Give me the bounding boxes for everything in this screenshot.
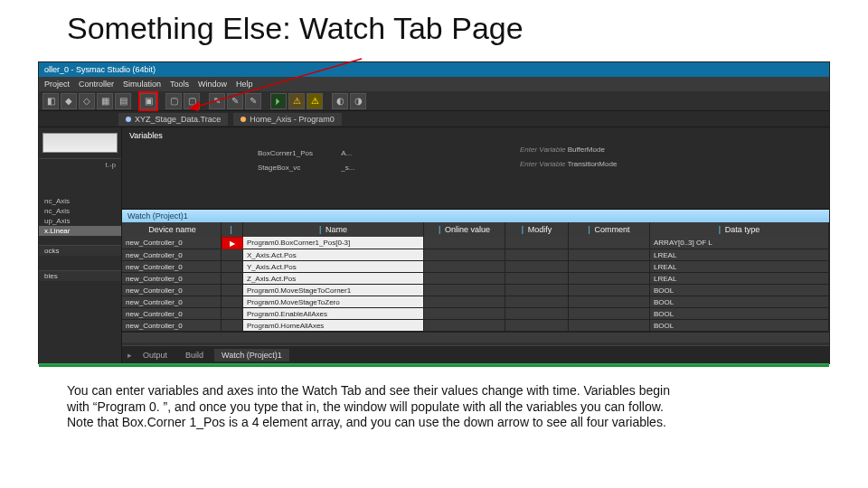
watch-row[interactable]: new_Controller_0Program0.HomeAllAxesBOOL — [122, 320, 829, 332]
cell-blank — [222, 273, 243, 285]
side-section-variables[interactable]: bles — [39, 270, 121, 281]
cell-name[interactable]: Program0.EnableAllAxes — [243, 308, 424, 320]
toolbar-btn-7[interactable]: ▢ — [165, 93, 182, 109]
cell-name[interactable]: Program0.MoveStageToCorner1 — [243, 285, 424, 296]
cell-name[interactable]: X_Axis.Act.Pos — [243, 249, 424, 261]
doc-tab-program[interactable]: Home_Axis - Program0 — [233, 113, 342, 126]
col-online[interactable]: Online value — [424, 222, 505, 237]
cell-device: new_Controller_0 — [122, 296, 222, 308]
cell-name[interactable]: Z_Axis.Act.Pos — [243, 273, 424, 285]
toolbar-online-icon[interactable]: ⏵ — [270, 93, 287, 109]
slide-caption: You can enter variables and axes into th… — [67, 383, 832, 431]
cell-datatype: ARRAY[0..3] OF L — [650, 237, 829, 249]
side-item[interactable]: up_Axis — [39, 216, 121, 226]
toolbar-btn-11[interactable]: ✎ — [245, 93, 261, 109]
menu-simulation[interactable]: Simulation — [123, 80, 161, 89]
col-name[interactable]: Name — [243, 222, 424, 237]
bottom-tab-watch[interactable]: Watch (Project)1 — [214, 349, 289, 361]
cell-modify[interactable] — [505, 273, 569, 285]
bottom-tab-build[interactable]: Build — [178, 349, 211, 361]
watch-row[interactable]: new_Controller_0X_Axis.Act.PosLREAL — [122, 249, 829, 261]
cell-blank — [222, 285, 243, 296]
cell-modify[interactable] — [505, 237, 569, 249]
caption-line: Note that Box.Corner 1_Pos is a 4 elemen… — [67, 415, 666, 429]
cell-modify[interactable] — [505, 261, 569, 273]
cell-comment — [569, 296, 650, 308]
col-datatype[interactable]: Data type — [650, 222, 829, 237]
cell-modify[interactable] — [505, 308, 569, 320]
toolbar-event-icon[interactable]: ⚠ — [307, 93, 323, 109]
watch-row[interactable]: new_Controller_0Program0.MoveStageToZero… — [122, 296, 829, 308]
side-section-blocks[interactable]: ocks — [39, 245, 121, 256]
cell-online — [424, 273, 505, 285]
slide-title: Something Else: Watch Tab Page — [67, 11, 868, 46]
toolbar-btn-15[interactable]: ◐ — [332, 93, 348, 109]
menu-help[interactable]: Help — [236, 80, 253, 89]
cell-device: new_Controller_0 — [122, 273, 222, 285]
cell-name[interactable]: Program0.BoxCorner1_Pos[0-3] — [243, 237, 424, 249]
side-item[interactable]: nc_Axis — [39, 206, 121, 216]
cell-device: new_Controller_0 — [122, 261, 222, 273]
cell-comment — [569, 308, 650, 320]
cell-comment — [569, 261, 650, 273]
toolbar-simulation-icon[interactable]: ▣ — [140, 93, 156, 109]
toolbar-btn-10[interactable]: ✎ — [227, 93, 243, 109]
thumbnail[interactable] — [42, 133, 118, 153]
watch-panel: Watch (Project)1 Device name Name Online… — [122, 209, 829, 345]
watch-row[interactable]: new_Controller_0Y_Axis.Act.PosLREAL — [122, 261, 829, 273]
bottom-tab-output[interactable]: Output — [136, 349, 175, 361]
var-name: StageBox_vc — [258, 164, 339, 172]
expand-arrow-icon[interactable]: ▶ — [222, 237, 243, 249]
enter-variable-value[interactable]: BufferMode — [568, 145, 605, 154]
cell-modify[interactable] — [505, 249, 569, 261]
cell-name[interactable]: Y_Axis.Act.Pos — [243, 261, 424, 273]
watch-row[interactable]: new_Controller_0Z_Axis.Act.PosLREAL — [122, 273, 829, 285]
cell-modify[interactable] — [505, 285, 569, 296]
cell-name[interactable]: Program0.MoveStageToZero — [243, 296, 424, 308]
toolbar-btn-4[interactable]: ▦ — [97, 93, 113, 109]
toolbar-warning-icon[interactable]: ⚠ — [288, 93, 305, 109]
toolbar-btn-3[interactable]: ◇ — [79, 93, 95, 109]
doc-tab-datatrace[interactable]: XYZ_Stage_Data.Trace — [118, 113, 228, 126]
cell-comment — [569, 237, 650, 249]
side-item[interactable]: nc_Axis — [39, 196, 121, 206]
side-item-selected[interactable]: x.Linear — [39, 226, 121, 236]
toolbar-btn-8[interactable]: ▢ — [184, 93, 200, 109]
cell-online — [424, 237, 505, 249]
cell-name[interactable]: Program0.HomeAllAxes — [243, 320, 424, 332]
col-modify[interactable]: Modify — [505, 222, 569, 237]
menu-controller[interactable]: Controller — [79, 80, 114, 89]
cell-blank — [222, 320, 243, 332]
watch-new-row[interactable] — [122, 332, 829, 343]
caption-line: with “Program 0. ”, and once you type th… — [67, 399, 664, 414]
cell-modify[interactable] — [505, 296, 569, 308]
collapse-icon[interactable]: ▸ — [127, 351, 132, 360]
menu-window[interactable]: Window — [198, 80, 227, 89]
var-name: BoxCorner1_Pos — [258, 149, 339, 157]
watch-row[interactable]: new_Controller_0Program0.EnableAllAxesBO… — [122, 308, 829, 320]
cell-datatype: BOOL — [650, 296, 829, 308]
col-comment[interactable]: Comment — [569, 222, 650, 237]
toolbar-btn-16[interactable]: ◑ — [350, 93, 366, 109]
toolbar-btn-5[interactable]: ▤ — [115, 93, 131, 109]
bottom-tabs: ▸ Output Build Watch (Project)1 — [122, 345, 829, 363]
col-expand — [222, 222, 243, 237]
toolbar-btn-9[interactable]: ✎ — [209, 93, 225, 109]
toolbar-btn-1[interactable]: ◧ — [42, 93, 59, 109]
doc-tab-label: Home_Axis - Program0 — [250, 115, 335, 124]
watch-row[interactable]: new_Controller_0▶Program0.BoxCorner1_Pos… — [122, 237, 829, 249]
enter-variable-value[interactable]: TransitionMode — [567, 160, 617, 168]
toolbar-btn-2[interactable]: ◆ — [61, 93, 77, 109]
doc-tab-label: XYZ_Stage_Data.Trace — [135, 115, 221, 124]
menu-project[interactable]: Project — [44, 80, 70, 89]
cell-device: new_Controller_0 — [122, 237, 222, 249]
cell-comment — [569, 320, 650, 332]
cell-modify[interactable] — [505, 320, 569, 332]
toolbar: ◧ ◆ ◇ ▦ ▤ ▣ ▢ ▢ ✎ ✎ ✎ ⏵ ⚠ ⚠ ◐ ◑ — [39, 91, 829, 111]
cell-datatype: LREAL — [650, 261, 829, 273]
watch-row[interactable]: new_Controller_0Program0.MoveStageToCorn… — [122, 285, 829, 296]
menu-bar: Project Controller Simulation Tools Wind… — [39, 77, 829, 91]
menu-tools[interactable]: Tools — [170, 80, 189, 89]
cell-online — [424, 285, 505, 296]
col-device[interactable]: Device name — [122, 222, 222, 237]
